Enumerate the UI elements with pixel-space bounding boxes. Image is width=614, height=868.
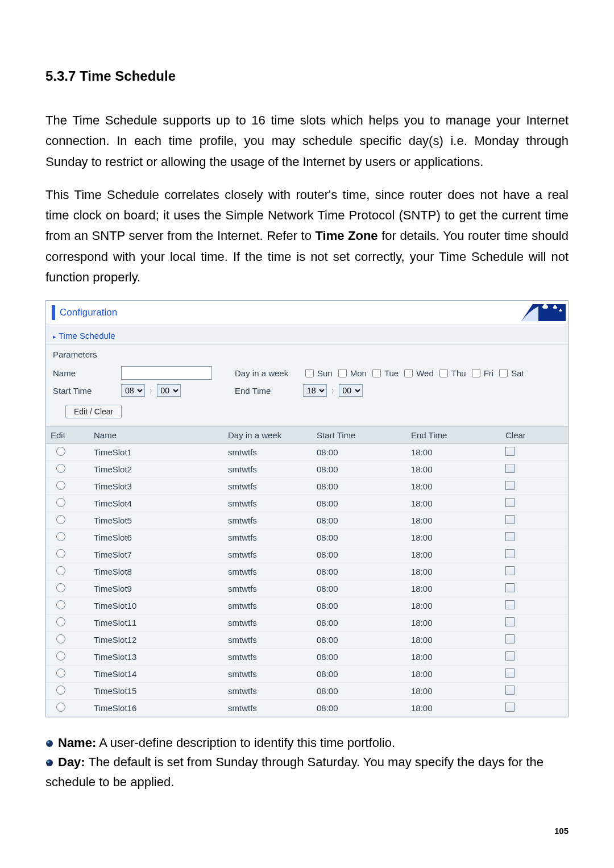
radio-icon[interactable]	[56, 668, 65, 678]
checkbox-icon[interactable]	[505, 600, 515, 609]
radio-icon[interactable]	[56, 686, 65, 695]
edit-cell[interactable]	[46, 683, 89, 700]
form-row-time: Start Time 08 : 00 End Time 18 : 00	[53, 382, 561, 399]
checkbox-icon[interactable]	[505, 498, 515, 507]
checkbox-icon[interactable]	[505, 464, 515, 473]
edit-cell[interactable]	[46, 478, 89, 495]
checkbox-icon[interactable]	[505, 634, 515, 643]
edit-cell[interactable]	[46, 700, 89, 717]
name-cell: TimeSlot4	[89, 495, 223, 512]
checkbox-icon[interactable]	[505, 566, 515, 575]
svg-point-3	[46, 759, 53, 766]
form-row-name: Name Day in a week SunMonTueWedThuFriSat	[53, 364, 561, 382]
day-checkbox-fri[interactable]: Fri	[470, 367, 494, 379]
name-cell: TimeSlot1	[89, 444, 223, 461]
clear-cell[interactable]	[501, 580, 568, 597]
clear-cell[interactable]	[501, 512, 568, 529]
name-input[interactable]	[121, 366, 212, 380]
clear-cell[interactable]	[501, 546, 568, 563]
end-cell: 18:00	[406, 632, 501, 649]
radio-icon[interactable]	[56, 566, 65, 575]
edit-cell[interactable]	[46, 666, 89, 683]
clear-cell[interactable]	[501, 614, 568, 632]
edit-cell[interactable]	[46, 614, 89, 632]
day-checkbox-tue[interactable]: Tue	[370, 367, 399, 379]
day-checkbox-wed[interactable]: Wed	[402, 367, 434, 379]
end-hour-select[interactable]: 18	[303, 384, 327, 397]
radio-icon[interactable]	[56, 532, 65, 541]
day-checkbox-sat[interactable]: Sat	[497, 367, 524, 379]
end-minute-select[interactable]: 00	[339, 384, 363, 397]
radio-icon[interactable]	[56, 549, 65, 558]
radio-icon[interactable]	[56, 634, 65, 643]
clear-cell[interactable]	[501, 597, 568, 614]
edit-cell[interactable]	[46, 580, 89, 597]
checkbox-icon[interactable]	[505, 668, 515, 678]
edit-cell[interactable]	[46, 563, 89, 580]
edit-clear-button[interactable]: Edit / Clear	[65, 405, 122, 418]
clear-cell[interactable]	[501, 529, 568, 546]
radio-icon[interactable]	[56, 464, 65, 473]
checkbox-icon[interactable]	[505, 549, 515, 558]
clear-cell[interactable]	[501, 700, 568, 717]
radio-icon[interactable]	[56, 481, 65, 490]
edit-cell[interactable]	[46, 632, 89, 649]
name-cell: TimeSlot10	[89, 597, 223, 614]
bullet-icon	[45, 759, 53, 767]
day-checkbox-input-wed[interactable]	[404, 369, 413, 377]
end-cell: 18:00	[406, 478, 501, 495]
edit-cell[interactable]	[46, 444, 89, 461]
edit-cell[interactable]	[46, 546, 89, 563]
clear-cell[interactable]	[501, 649, 568, 666]
checkbox-icon[interactable]	[505, 703, 515, 712]
checkbox-icon[interactable]	[505, 651, 515, 661]
checkbox-icon[interactable]	[505, 583, 515, 592]
clear-cell[interactable]	[501, 683, 568, 700]
checkbox-icon[interactable]	[505, 447, 515, 456]
radio-icon[interactable]	[56, 583, 65, 592]
day-checkbox-input-fri[interactable]	[472, 369, 480, 377]
checkbox-icon[interactable]	[505, 686, 515, 695]
edit-cell[interactable]	[46, 512, 89, 529]
edit-cell[interactable]	[46, 461, 89, 478]
radio-icon[interactable]	[56, 617, 65, 626]
clear-cell[interactable]	[501, 632, 568, 649]
clear-cell[interactable]	[501, 666, 568, 683]
start-cell: 08:00	[312, 700, 406, 717]
clear-cell[interactable]	[501, 461, 568, 478]
day-checkbox-input-sun[interactable]	[305, 369, 314, 377]
checkbox-icon[interactable]	[505, 532, 515, 541]
configuration-panel: Configuration ▸Time Schedule Parameters …	[45, 300, 569, 717]
radio-icon[interactable]	[56, 703, 65, 712]
th-day: Day in a week	[223, 427, 312, 444]
edit-cell[interactable]	[46, 597, 89, 614]
clear-cell[interactable]	[501, 495, 568, 512]
edit-cell[interactable]	[46, 495, 89, 512]
radio-icon[interactable]	[56, 600, 65, 609]
day-checkbox-sun[interactable]: Sun	[303, 367, 333, 379]
day-checkbox-input-thu[interactable]	[439, 369, 448, 377]
day-checkbox-input-tue[interactable]	[372, 369, 381, 377]
name-cell: TimeSlot8	[89, 563, 223, 580]
clear-cell[interactable]	[501, 478, 568, 495]
checkbox-icon[interactable]	[505, 617, 515, 626]
start-minute-select[interactable]: 00	[157, 384, 181, 397]
start-hour-select[interactable]: 08	[121, 384, 145, 397]
day-checkbox-input-mon[interactable]	[338, 369, 347, 377]
radio-icon[interactable]	[56, 515, 65, 524]
day-checkbox-mon[interactable]: Mon	[336, 367, 367, 379]
radio-icon[interactable]	[56, 447, 65, 456]
clear-cell[interactable]	[501, 563, 568, 580]
edit-cell[interactable]	[46, 529, 89, 546]
checkbox-icon[interactable]	[505, 481, 515, 490]
edit-cell[interactable]	[46, 649, 89, 666]
radio-icon[interactable]	[56, 498, 65, 507]
clear-cell[interactable]	[501, 444, 568, 461]
th-clear: Clear	[501, 427, 568, 444]
radio-icon[interactable]	[56, 651, 65, 661]
table-row: TimeSlot3smtwtfs08:0018:00	[46, 478, 568, 495]
day-checkbox-input-sat[interactable]	[499, 369, 508, 377]
day-checkbox-thu[interactable]: Thu	[437, 367, 466, 379]
checkbox-icon[interactable]	[505, 515, 515, 524]
time-schedule-title: Time Schedule	[59, 331, 115, 340]
